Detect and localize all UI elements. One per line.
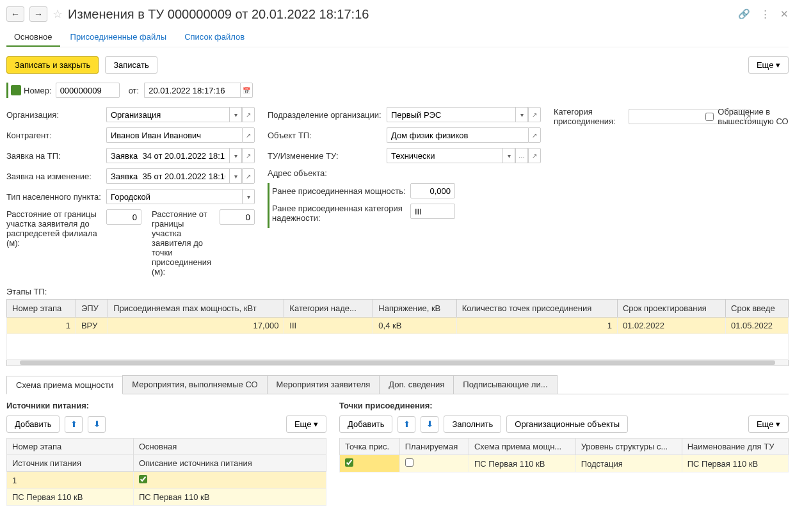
conncat-label: Категория присоединения: — [554, 107, 625, 126]
tab-filelist[interactable]: Список файлов — [177, 28, 252, 47]
open-icon[interactable]: ↗ — [528, 148, 541, 163]
open-icon[interactable]: ↗ — [242, 148, 255, 163]
subtab-scheme[interactable]: Схема приема мощности — [6, 376, 123, 394]
col-main[interactable]: Основная — [133, 439, 326, 455]
number-input[interactable] — [56, 83, 120, 98]
col-stage[interactable]: Номер этапа — [7, 439, 134, 455]
open-icon[interactable]: ↗ — [528, 107, 541, 122]
add-point-button[interactable]: Добавить — [339, 415, 392, 433]
move-down-button[interactable]: ⬇ — [421, 416, 438, 433]
subtab-signers[interactable]: Подписывающие ли... — [453, 375, 557, 394]
col-commission[interactable]: Срок введе — [726, 300, 789, 318]
col-scheme[interactable]: Схема приема мощн... — [469, 439, 575, 455]
applchange-label: Заявка на изменение: — [6, 172, 102, 181]
date-input[interactable] — [144, 83, 240, 98]
more-sources-button[interactable]: Еще ▾ — [286, 415, 326, 433]
contragent-input[interactable] — [106, 127, 242, 143]
tag-icon — [11, 85, 21, 95]
dropdown-icon[interactable]: ▾ — [242, 189, 255, 204]
contragent-label: Контрагент: — [6, 131, 102, 140]
move-down-button[interactable]: ⬇ — [88, 416, 106, 433]
col-epu[interactable]: ЭПУ — [76, 300, 108, 318]
settlement-input[interactable] — [106, 189, 242, 204]
prevpower-input[interactable] — [410, 183, 455, 198]
fill-button[interactable]: Заполнить — [444, 415, 501, 433]
table-row[interactable]: ПС Первая 110 кВ ПС Первая 110 кВ — [7, 489, 326, 506]
table-row[interactable]: 1 ВРУ 17,000 III 0,4 кВ 1 01.02.2022 01.… — [7, 318, 789, 334]
open-icon[interactable]: ↗ — [242, 168, 255, 184]
status-bar — [6, 83, 8, 98]
col-source[interactable]: Источник питания — [7, 455, 134, 472]
open-icon[interactable]: ↗ — [528, 127, 541, 143]
nav-back-button[interactable]: ← — [6, 6, 24, 22]
move-up-button[interactable]: ⬆ — [398, 416, 415, 433]
table-row[interactable]: 1 — [7, 472, 326, 489]
open-icon[interactable]: ↗ — [242, 127, 255, 143]
dist1-input[interactable] — [106, 209, 141, 225]
points-table: Точка прис. Планируемая Схема приема мощ… — [339, 438, 789, 472]
col-point[interactable]: Точка прис. — [340, 439, 400, 455]
chevron-down-icon: ▾ — [776, 60, 780, 70]
subtab-applicant[interactable]: Мероприятия заявителя — [267, 375, 380, 394]
col-level[interactable]: Уровень структуры с... — [575, 439, 682, 455]
stages-table: Номер этапа ЭПУ Присоединяемая max мощно… — [6, 299, 789, 360]
number-label: Номер: — [24, 86, 52, 95]
col-power[interactable]: Присоединяемая max мощность, кВт — [108, 300, 284, 318]
open-icon[interactable]: ↗ — [242, 107, 255, 122]
dropdown-icon[interactable]: ▾ — [229, 107, 242, 122]
add-source-button[interactable]: Добавить — [6, 415, 60, 433]
table-row[interactable] — [7, 334, 789, 360]
save-button[interactable]: Записать — [105, 56, 157, 74]
settlement-label: Тип населенного пункта: — [6, 192, 102, 202]
save-close-button[interactable]: Записать и закрыть — [6, 56, 99, 74]
escalate-checkbox[interactable] — [705, 113, 714, 121]
col-stage-num[interactable]: Номер этапа — [7, 300, 76, 318]
table-row[interactable]: ПС Первая 110 кВ Подстация ПС Первая 110… — [340, 455, 789, 472]
col-design[interactable]: Срок проектирования — [617, 300, 725, 318]
subdiv-input[interactable] — [387, 107, 515, 122]
subtab-so[interactable]: Мероприятия, выполняемые СО — [122, 375, 267, 394]
more-button[interactable]: Еще ▾ — [748, 56, 789, 74]
move-up-button[interactable]: ⬆ — [65, 416, 83, 433]
point-checkbox[interactable] — [345, 458, 353, 467]
col-voltage[interactable]: Напряжение, кВ — [373, 300, 456, 318]
subdiv-label: Подразделение организации: — [268, 110, 383, 120]
nav-forward-button[interactable]: → — [29, 6, 47, 22]
prevcat-input[interactable] — [410, 204, 455, 219]
org-label: Организация: — [6, 110, 102, 120]
col-points[interactable]: Количество точек присоединения — [456, 300, 617, 318]
ellipsis-icon[interactable]: … — [515, 148, 528, 163]
col-planned[interactable]: Планируемая — [399, 439, 469, 455]
link-icon[interactable]: 🔗 — [738, 8, 750, 20]
close-icon[interactable]: ✕ — [780, 8, 789, 20]
points-title: Точки присоединения: — [339, 401, 789, 410]
more-points-button[interactable]: Еще ▾ — [748, 415, 789, 433]
dropdown-icon[interactable]: ▾ — [515, 107, 528, 122]
kebab-icon[interactable]: ⋮ — [760, 8, 770, 20]
tuchange-input[interactable] — [387, 148, 502, 163]
dropdown-icon[interactable]: ▾ — [502, 148, 515, 163]
appltp-input[interactable] — [106, 148, 229, 163]
subtab-extra[interactable]: Доп. сведения — [379, 375, 454, 394]
org-input[interactable] — [106, 107, 229, 122]
planned-checkbox[interactable] — [405, 458, 414, 467]
star-icon[interactable]: ☆ — [52, 7, 63, 21]
dropdown-icon[interactable]: ▾ — [229, 148, 242, 163]
dropdown-icon[interactable]: ▾ — [229, 168, 242, 184]
dist2-label: Расстояние от границы участка заявителя … — [152, 209, 216, 277]
col-nametu[interactable]: Наименование для ТУ — [682, 439, 788, 455]
main-checkbox[interactable] — [139, 475, 147, 483]
tuchange-label: ТУ/Изменение ТУ: — [268, 151, 383, 161]
col-cat[interactable]: Категория наде... — [284, 300, 373, 318]
dist2-input[interactable] — [220, 209, 255, 225]
applchange-input[interactable] — [106, 168, 229, 184]
status-bar — [268, 183, 269, 228]
objecttp-input[interactable] — [387, 127, 528, 143]
tab-files[interactable]: Присоединенные файлы — [63, 28, 175, 47]
org-objects-button[interactable]: Организационные объекты — [506, 415, 628, 433]
stages-label: Этапы ТП: — [6, 287, 789, 296]
scrollbar[interactable] — [6, 360, 789, 366]
col-desc[interactable]: Описание источника питания — [133, 455, 326, 472]
tab-main[interactable]: Основное — [6, 28, 60, 47]
calendar-icon[interactable]: 📅 — [240, 83, 253, 98]
